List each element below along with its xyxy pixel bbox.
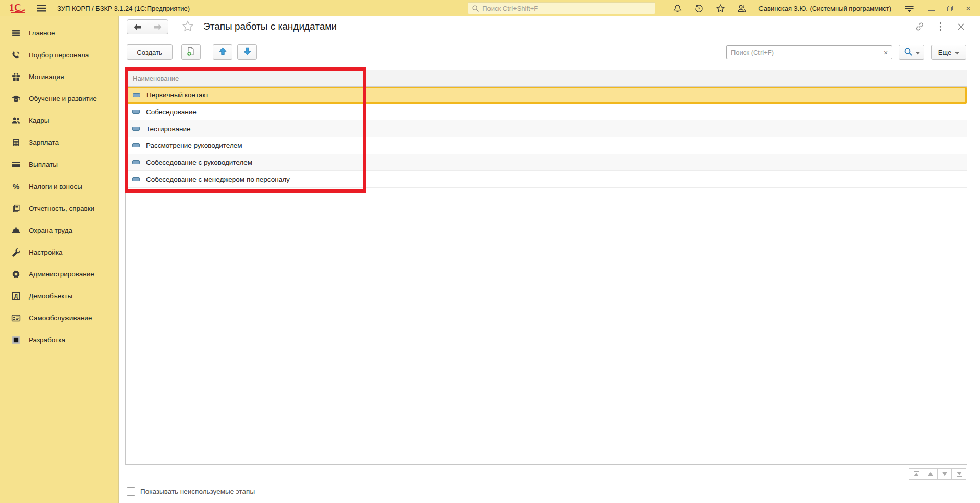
sidebar-item-administrirovanie[interactable]: Администрирование (0, 263, 118, 285)
more-button-label: Еще (938, 48, 951, 56)
sidebar-item-label: Настройка (29, 248, 62, 256)
clear-search-button[interactable]: × (879, 45, 892, 59)
restore-button[interactable] (943, 3, 957, 14)
service-menu-icon[interactable] (903, 2, 915, 14)
close-window-button[interactable]: × (962, 3, 975, 14)
sidebar-item-label: Главное (29, 29, 55, 37)
main-content: Этапы работы с кандидатами Создать × (119, 16, 980, 503)
table-row[interactable]: Собеседование (126, 104, 967, 120)
sidebar-item-samoobsluzhivanie[interactable]: Самообслуживание (0, 307, 118, 329)
phone-icon (11, 50, 21, 60)
sidebar-item-podbor-personala[interactable]: Подбор персонала (0, 44, 118, 66)
stage-item-marker-icon (132, 143, 140, 147)
scroll-up-button[interactable] (923, 468, 938, 480)
sidebar-item-nalogi-i-vznosy[interactable]: %Налоги и взносы (0, 175, 118, 197)
sidebar-item-kadry[interactable]: Кадры (0, 110, 118, 132)
grad-cap-icon (11, 94, 21, 104)
minimize-icon (928, 10, 935, 11)
sidebar-item-otchetnost-spravki[interactable]: Отчетность, справки (0, 197, 118, 219)
search-icon (472, 5, 479, 12)
sidebar-item-label: Демообъекты (29, 292, 72, 300)
menu-lines-icon (11, 28, 21, 38)
caret-down-icon (916, 48, 920, 56)
scroll-top-button[interactable] (909, 468, 923, 480)
sidebar-item-motivaciya[interactable]: Мотивация (0, 66, 118, 88)
scroll-down-button[interactable] (937, 468, 952, 480)
show-unused-label: Показывать неиспользуемые этапы (140, 488, 255, 495)
gear-icon (11, 269, 21, 280)
move-down-button[interactable] (237, 44, 257, 60)
close-form-icon[interactable] (955, 21, 966, 32)
sidebar-item-demoobekty[interactable]: ДДемообъекты (0, 285, 118, 307)
stage-item-marker-icon (132, 177, 140, 181)
main-menu-icon[interactable] (35, 2, 49, 14)
more-button[interactable]: Еще (931, 45, 966, 60)
table-row[interactable]: Собеседование с руководителем (126, 154, 967, 171)
magnifier-icon (904, 47, 913, 58)
helmet-icon (11, 225, 21, 236)
move-up-button[interactable] (213, 44, 232, 60)
list-search-input[interactable] (726, 45, 879, 59)
sidebar: ГлавноеПодбор персоналаМотивацияОбучение… (0, 16, 119, 503)
sidebar-item-label: Налоги и взносы (29, 183, 82, 190)
stage-item-marker-icon (132, 110, 140, 114)
kebab-menu-icon[interactable] (935, 21, 945, 32)
minimize-button[interactable] (925, 3, 938, 14)
stage-name: Рассмотрение руководителем (146, 142, 242, 149)
scroll-bottom-button[interactable] (951, 468, 966, 480)
stage-name: Первичный контакт (146, 91, 209, 99)
table-row[interactable]: Собеседование с менеджером по персоналу (126, 171, 967, 188)
table-row[interactable]: Первичный контакт (126, 87, 967, 104)
sidebar-item-nastroyka[interactable]: Настройка (0, 241, 118, 263)
favorite-star-icon[interactable] (182, 20, 194, 34)
link-icon[interactable] (915, 21, 925, 32)
global-search-input[interactable] (482, 5, 651, 12)
create-group-button[interactable] (181, 44, 201, 60)
sidebar-item-obuchenie-i-razvitie[interactable]: Обучение и развитие (0, 88, 118, 110)
window-title: ЗУП КОРП / БЗКР 3.1.24 (1С:Предприятие) (57, 5, 190, 12)
table-row[interactable]: Тестирование (126, 120, 967, 137)
demo-icon: Д (11, 291, 21, 301)
global-search[interactable] (468, 2, 655, 14)
page-title: Этапы работы с кандидатами (203, 21, 337, 32)
search-settings-button[interactable] (899, 45, 924, 60)
sidebar-item-ohrana-truda[interactable]: Охрана труда (0, 219, 118, 241)
current-user[interactable]: Савинская З.Ю. (Системный программист) (758, 5, 891, 12)
sidebar-item-glavnoe[interactable]: Главное (0, 22, 118, 44)
arrow-up-icon (218, 47, 227, 57)
star-icon[interactable] (714, 2, 726, 14)
card-icon (11, 160, 21, 170)
stage-name: Тестирование (146, 125, 191, 133)
badge-icon (11, 313, 21, 323)
users-icon[interactable] (736, 2, 748, 14)
history-icon[interactable] (693, 2, 705, 14)
table-row[interactable]: Рассмотрение руководителем (126, 137, 967, 154)
arrow-down-icon (243, 47, 252, 57)
stage-item-marker-icon (133, 93, 140, 97)
column-header-name[interactable]: Наименование (126, 70, 967, 87)
stage-name: Собеседование (146, 108, 197, 116)
sidebar-menu: ГлавноеПодбор персоналаМотивацияОбучение… (0, 22, 118, 351)
people-icon (11, 116, 21, 126)
back-button[interactable] (127, 20, 148, 34)
checkbox-icon (127, 487, 135, 496)
close-icon: × (966, 4, 971, 13)
bell-icon[interactable] (671, 2, 683, 14)
svg-text:%: % (12, 182, 19, 191)
create-button[interactable]: Создать (127, 44, 173, 60)
list-search: × (726, 45, 892, 59)
forward-button[interactable] (148, 20, 168, 34)
stage-list: Наименование Первичный контактСобеседова… (125, 70, 967, 465)
sidebar-item-label: Мотивация (29, 73, 64, 81)
1c-logo-icon: 1 С (9, 2, 28, 14)
sidebar-item-label: Отчетность, справки (29, 205, 94, 212)
sidebar-item-vyplaty[interactable]: Выплаты (0, 154, 118, 175)
sidebar-item-zarplata[interactable]: Зарплата (0, 132, 118, 154)
show-unused-checkbox[interactable]: Показывать неиспользуемые этапы (127, 487, 255, 496)
sidebar-item-label: Подбор персонала (29, 51, 89, 59)
restore-icon (947, 6, 953, 11)
sidebar-item-label: Администрирование (29, 270, 94, 278)
svg-text:1: 1 (9, 2, 14, 13)
sidebar-item-razrabotka[interactable]: Разработка (0, 329, 118, 351)
sidebar-item-label: Обучение и развитие (29, 95, 97, 103)
